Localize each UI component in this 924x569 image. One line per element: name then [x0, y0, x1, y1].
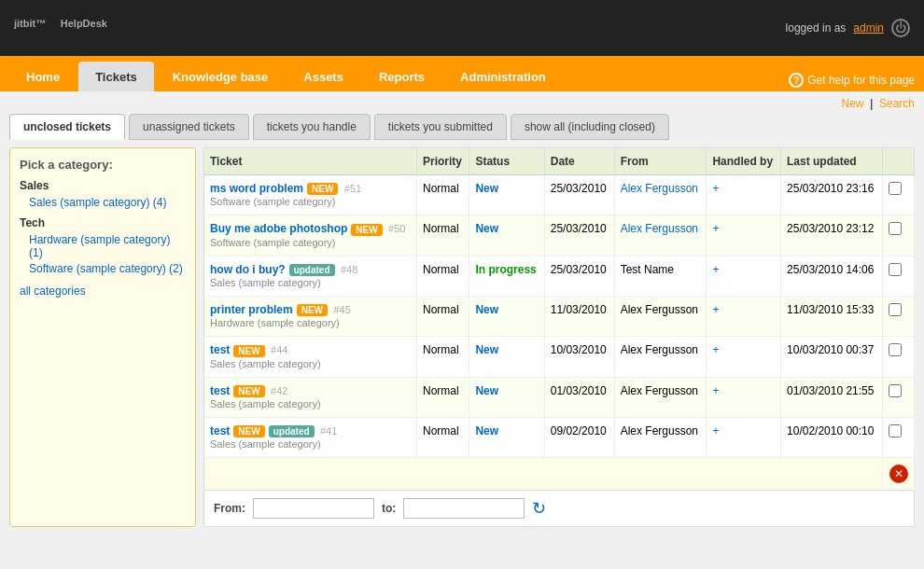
- logo: jitbit™ HelpDesk: [14, 13, 107, 43]
- ticket-cell: testNEW #44 Sales (sample category): [204, 337, 417, 377]
- from-link[interactable]: Alex Fergusson: [621, 182, 698, 195]
- ticket-title[interactable]: test: [210, 343, 230, 356]
- nav-item-reports[interactable]: Reports: [362, 62, 441, 91]
- date-cell: 11/03/2010: [544, 296, 614, 336]
- tab-show-all[interactable]: show all (including closed): [511, 114, 669, 140]
- col-ticket: Ticket: [204, 148, 417, 175]
- new-link[interactable]: New: [842, 97, 864, 110]
- col-date: Date: [544, 148, 614, 175]
- status-cell: New: [469, 337, 544, 377]
- tab-unassigned[interactable]: unassigned tickets: [129, 114, 249, 140]
- from-cell: Alex Fergusson: [614, 215, 707, 256]
- to-date-input[interactable]: [403, 498, 525, 519]
- handled-by-cell[interactable]: +: [707, 337, 781, 377]
- ticket-title[interactable]: test: [210, 424, 230, 437]
- from-name: Alex Fergusson: [621, 424, 698, 437]
- sidebar-item-hardware[interactable]: Hardware (sample category) (1): [29, 233, 186, 259]
- handled-by-cell[interactable]: +: [707, 175, 781, 215]
- table-row: testNEW #42 Sales (sample category) Norm…: [204, 377, 915, 417]
- nav-help[interactable]: ? Get help for this page: [789, 73, 915, 88]
- ticket-num: #48: [338, 264, 357, 275]
- col-from: From: [614, 148, 707, 175]
- sidebar-item-software[interactable]: Software (sample category) (2): [29, 262, 186, 275]
- from-name: Alex Fergusson: [621, 384, 698, 397]
- sidebar-item-sales[interactable]: Sales (sample category) (4): [29, 196, 186, 209]
- from-cell: Alex Fergusson: [614, 337, 707, 377]
- priority-cell: Normal: [417, 337, 469, 377]
- table-row: printer problemNEW #45 Hardware (sample …: [204, 296, 915, 336]
- ticket-title[interactable]: printer problem: [210, 303, 293, 316]
- nav-bar: Home Tickets Knowledge base Assets Repor…: [0, 56, 924, 91]
- last-updated-cell: 25/03/2010 23:16: [781, 175, 883, 215]
- delete-button[interactable]: ✕: [889, 465, 908, 483]
- row-checkbox[interactable]: [889, 263, 902, 276]
- tab-handle[interactable]: tickets you handle: [253, 114, 371, 140]
- checkbox-cell[interactable]: [883, 377, 915, 417]
- checkbox-cell[interactable]: [883, 417, 915, 457]
- ticket-category: Hardware (sample category): [210, 317, 340, 328]
- nav-item-home[interactable]: Home: [9, 62, 77, 91]
- date-cell: 25/03/2010: [544, 175, 614, 215]
- delete-cell[interactable]: ✕: [883, 458, 915, 491]
- row-checkbox[interactable]: [889, 182, 902, 195]
- handled-by-cell[interactable]: +: [707, 296, 781, 336]
- checkbox-cell[interactable]: [883, 296, 915, 336]
- refresh-icon[interactable]: ↻: [532, 498, 546, 519]
- date-cell: 25/03/2010: [544, 215, 614, 256]
- row-checkbox[interactable]: [889, 343, 902, 356]
- status-cell: New: [469, 417, 544, 457]
- ticket-num: #44: [268, 344, 287, 355]
- logged-in-label: logged in as: [786, 21, 847, 35]
- table-row: ms word problemNEW #51 Software (sample …: [204, 175, 915, 215]
- ticket-title[interactable]: how do i buy?: [210, 263, 286, 276]
- tab-unclosed[interactable]: unclosed tickets: [9, 114, 125, 140]
- from-date-input[interactable]: [253, 498, 374, 519]
- row-checkbox[interactable]: [889, 222, 902, 235]
- handled-by-cell[interactable]: +: [707, 417, 781, 457]
- ticket-table: Ticket Priority Status Date From Handled…: [203, 147, 915, 491]
- power-icon[interactable]: ⏻: [891, 19, 910, 37]
- col-checkbox: [883, 148, 915, 175]
- table-row: Buy me adobe photoshopNEW #50 Software (…: [204, 215, 915, 256]
- table-footer-row: ✕: [204, 458, 915, 491]
- handled-by-cell[interactable]: +: [707, 256, 781, 296]
- from-name: Alex Fergusson: [621, 343, 698, 356]
- handled-by-cell[interactable]: +: [707, 215, 781, 256]
- row-checkbox[interactable]: [889, 303, 902, 316]
- date-cell: 09/02/2010: [544, 417, 614, 457]
- tab-submitted[interactable]: tickets you submitted: [374, 114, 507, 140]
- logo-prefix: jitbit™: [14, 18, 46, 29]
- checkbox-cell[interactable]: [883, 175, 915, 215]
- ticket-title[interactable]: Buy me adobe photoshop: [210, 222, 347, 235]
- priority-cell: Normal: [417, 377, 469, 417]
- row-checkbox[interactable]: [889, 424, 902, 437]
- new-badge: NEW: [351, 224, 382, 236]
- checkbox-cell[interactable]: [883, 337, 915, 377]
- search-link[interactable]: Search: [879, 97, 915, 110]
- footer-empty: [204, 458, 883, 491]
- category-sales: Sales: [20, 179, 186, 192]
- to-label: to:: [382, 502, 396, 515]
- checkbox-cell[interactable]: [883, 256, 915, 296]
- from-link[interactable]: Alex Fergusson: [621, 222, 698, 235]
- ticket-title[interactable]: ms word problem: [210, 182, 303, 195]
- checkbox-cell[interactable]: [883, 215, 915, 256]
- last-updated-cell: 11/03/2010 15:33: [781, 296, 883, 336]
- nav-item-administration[interactable]: Administration: [443, 62, 563, 91]
- ticket-num: #51: [342, 183, 361, 194]
- nav-item-knowledge[interactable]: Knowledge base: [156, 62, 286, 91]
- updated-badge: updated: [289, 264, 335, 276]
- ticket-title[interactable]: test: [210, 384, 230, 397]
- ticket-cell: Buy me adobe photoshopNEW #50 Software (…: [204, 215, 417, 256]
- username-link[interactable]: admin: [853, 21, 884, 35]
- table-row: testNEW #44 Sales (sample category) Norm…: [204, 337, 915, 377]
- nav-item-tickets[interactable]: Tickets: [78, 62, 154, 91]
- handled-by-cell[interactable]: +: [707, 377, 781, 417]
- all-categories-link[interactable]: all categories: [20, 284, 186, 298]
- row-checkbox[interactable]: [889, 384, 902, 397]
- ticket-category: Software (sample category): [210, 237, 336, 248]
- nav-item-assets[interactable]: Assets: [287, 62, 360, 91]
- ticket-num: #42: [268, 385, 287, 396]
- date-cell: 01/03/2010: [544, 377, 614, 417]
- last-updated-cell: 25/03/2010 14:06: [781, 256, 883, 296]
